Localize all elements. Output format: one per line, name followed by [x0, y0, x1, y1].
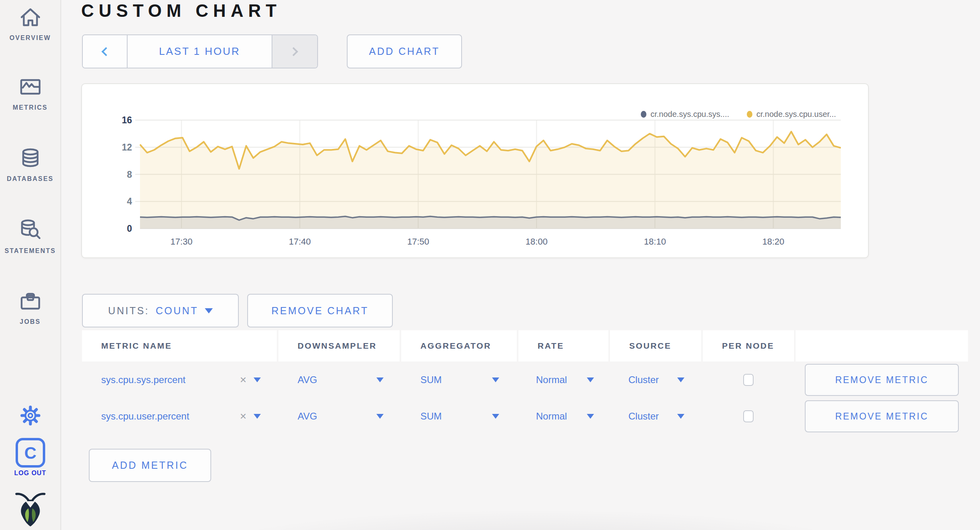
- table-row: sys.cpu.sys.percent × AVG SUM Normal Clu…: [82, 361, 968, 398]
- time-range-next-button[interactable]: [272, 35, 317, 68]
- chevron-right-icon: [289, 47, 298, 56]
- sidebar-item-label: METRICS: [0, 104, 60, 111]
- sidebar-item-label: OVERVIEW: [0, 34, 60, 42]
- rate-select[interactable]: Normal: [536, 411, 594, 422]
- per-node-checkbox[interactable]: [743, 374, 754, 386]
- aggregator-select[interactable]: SUM: [420, 411, 499, 422]
- legend-dot-sys: [641, 111, 646, 118]
- legend-dot-user: [747, 111, 752, 118]
- sidebar-settings[interactable]: [0, 404, 60, 428]
- gear-icon: [19, 404, 42, 428]
- time-range-dropdown[interactable]: LAST 1 HOUR: [127, 35, 272, 68]
- per-node-checkbox[interactable]: [743, 410, 754, 422]
- downsampler-select[interactable]: AVG: [298, 374, 384, 385]
- svg-text:18:20: 18:20: [762, 237, 784, 247]
- chevron-down-icon: [587, 414, 594, 419]
- remove-metric-button[interactable]: REMOVE METRIC: [805, 400, 959, 432]
- svg-text:18:00: 18:00: [526, 237, 548, 247]
- metrics-table-header: METRIC NAME DOWNSAMPLER AGGREGATOR RATE …: [82, 330, 968, 361]
- remove-metric-button[interactable]: REMOVE METRIC: [805, 364, 959, 396]
- svg-text:17:50: 17:50: [407, 237, 429, 247]
- table-row: sys.cpu.user.percent × AVG SUM Normal Cl…: [82, 398, 968, 434]
- sidebar-item-databases[interactable]: DATABASES: [0, 147, 60, 183]
- clear-metric-icon[interactable]: ×: [240, 411, 246, 422]
- metrics-icon: [19, 75, 42, 100]
- chevron-left-icon: [102, 47, 111, 56]
- chevron-down-icon: [376, 414, 384, 419]
- chevron-down-icon: [376, 377, 384, 382]
- metric-name-value[interactable]: sys.cpu.sys.percent: [101, 374, 186, 385]
- header-metric-name: METRIC NAME: [82, 330, 277, 361]
- time-range-selector: LAST 1 HOUR: [82, 34, 318, 68]
- remove-chart-button[interactable]: REMOVE CHART: [247, 294, 393, 327]
- chart-legend: cr.node.sys.cpu.sys.... cr.node.sys.cpu.…: [641, 110, 836, 119]
- chevron-down-icon: [677, 414, 684, 419]
- add-chart-button[interactable]: ADD CHART: [347, 34, 462, 68]
- source-select[interactable]: Cluster: [628, 374, 684, 385]
- sidebar-item-metrics[interactable]: METRICS: [0, 75, 60, 111]
- sidebar-item-overview[interactable]: OVERVIEW: [0, 6, 60, 42]
- chevron-down-icon[interactable]: [254, 414, 261, 419]
- header-aggregator: AGGREGATOR: [401, 330, 517, 361]
- units-label: UNITS:: [108, 305, 149, 317]
- aggregator-select[interactable]: SUM: [420, 374, 499, 385]
- downsampler-select[interactable]: AVG: [298, 411, 384, 422]
- logout-label[interactable]: LOG OUT: [0, 470, 60, 477]
- svg-text:17:40: 17:40: [289, 237, 311, 247]
- sidebar-item-jobs[interactable]: JOBS: [0, 289, 60, 325]
- chevron-down-icon: [587, 377, 594, 382]
- time-range-prev-button[interactable]: [83, 35, 127, 68]
- briefcase-icon: [19, 289, 42, 314]
- units-value: COUNT: [156, 305, 198, 317]
- add-metric-button[interactable]: ADD METRIC: [89, 449, 211, 482]
- svg-text:8: 8: [127, 169, 132, 180]
- svg-text:4: 4: [127, 196, 132, 207]
- legend-label: cr.node.sys.cpu.user...: [756, 110, 836, 119]
- legend-item-sys[interactable]: cr.node.sys.cpu.sys....: [641, 110, 729, 119]
- database-icon: [19, 147, 42, 171]
- chevron-down-icon[interactable]: [254, 377, 261, 382]
- source-select[interactable]: Cluster: [628, 411, 684, 422]
- metric-name-value[interactable]: sys.cpu.user.percent: [101, 411, 189, 422]
- cockroach-bug-logo: [0, 492, 60, 530]
- home-icon: [19, 6, 42, 30]
- header-downsampler: DOWNSAMPLER: [278, 330, 400, 361]
- rate-select[interactable]: Normal: [536, 374, 594, 385]
- header-source: SOURCE: [610, 330, 701, 361]
- svg-text:17:30: 17:30: [170, 237, 192, 247]
- legend-item-user[interactable]: cr.node.sys.cpu.user...: [747, 110, 836, 119]
- svg-text:C: C: [24, 444, 36, 462]
- sidebar: OVERVIEW METRICS DATABASES: [0, 0, 61, 530]
- chevron-down-icon: [492, 377, 499, 382]
- header-actions: [796, 330, 968, 361]
- legend-label: cr.node.sys.cpu.sys....: [650, 110, 729, 119]
- sidebar-item-label: JOBS: [0, 318, 60, 325]
- chevron-down-icon: [205, 308, 213, 313]
- sidebar-item-label: DATABASES: [0, 175, 60, 183]
- header-rate: RATE: [518, 330, 608, 361]
- clear-metric-icon[interactable]: ×: [240, 374, 246, 385]
- svg-text:0: 0: [127, 223, 132, 234]
- statements-icon: [18, 218, 42, 243]
- svg-text:18:10: 18:10: [644, 237, 666, 247]
- time-range-label: LAST 1 HOUR: [159, 45, 240, 58]
- header-per-node: PER NODE: [703, 330, 794, 361]
- units-dropdown[interactable]: UNITS: COUNT: [82, 294, 239, 327]
- chevron-down-icon: [492, 414, 499, 419]
- sidebar-item-label: STATEMENTS: [0, 247, 60, 255]
- sidebar-logout[interactable]: C LOG OUT: [0, 438, 60, 477]
- page-title: CUSTOM CHART: [81, 1, 281, 21]
- cockroach-bug-icon: [14, 492, 47, 530]
- svg-text:12: 12: [122, 142, 132, 153]
- svg-text:16: 16: [122, 115, 132, 125]
- sidebar-item-statements[interactable]: STATEMENTS: [0, 218, 60, 255]
- cockroach-c-logo-icon: C: [15, 438, 46, 470]
- scroll-shadow: [172, 508, 900, 530]
- chart-card: 17:3017:4017:5018:0018:1018:200481216 cr…: [81, 83, 869, 258]
- chevron-down-icon: [677, 377, 684, 382]
